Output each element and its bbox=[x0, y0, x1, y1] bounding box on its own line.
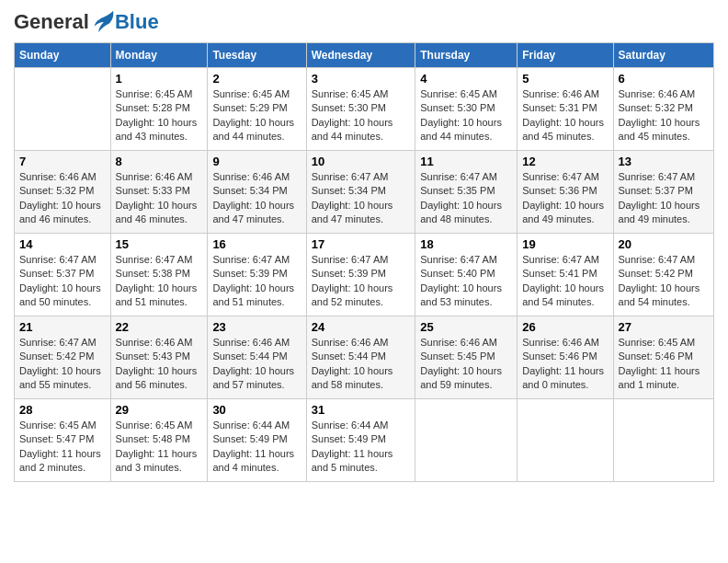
logo-bird-icon bbox=[89, 9, 115, 35]
day-info: Sunrise: 6:47 AM Sunset: 5:42 PM Dayligh… bbox=[19, 336, 106, 393]
calendar-cell: 27Sunrise: 6:45 AM Sunset: 5:46 PM Dayli… bbox=[613, 316, 713, 399]
day-info: Sunrise: 6:47 AM Sunset: 5:39 PM Dayligh… bbox=[212, 253, 301, 310]
day-info: Sunrise: 6:47 AM Sunset: 5:40 PM Dayligh… bbox=[420, 253, 512, 310]
calendar-week-row: 28Sunrise: 6:45 AM Sunset: 5:47 PM Dayli… bbox=[15, 399, 714, 482]
day-number: 23 bbox=[212, 320, 301, 334]
day-number: 24 bbox=[312, 320, 411, 334]
calendar-cell: 19Sunrise: 6:47 AM Sunset: 5:41 PM Dayli… bbox=[518, 234, 613, 316]
calendar-cell: 29Sunrise: 6:45 AM Sunset: 5:48 PM Dayli… bbox=[110, 399, 208, 482]
day-number: 11 bbox=[420, 155, 512, 168]
calendar-cell: 23Sunrise: 6:46 AM Sunset: 5:44 PM Dayli… bbox=[208, 316, 306, 399]
calendar-cell: 9Sunrise: 6:46 AM Sunset: 5:34 PM Daylig… bbox=[208, 151, 306, 234]
day-info: Sunrise: 6:46 AM Sunset: 5:31 PM Dayligh… bbox=[522, 87, 608, 144]
day-number: 3 bbox=[312, 72, 411, 86]
calendar-week-row: 21Sunrise: 6:47 AM Sunset: 5:42 PM Dayli… bbox=[15, 316, 714, 399]
calendar-week-row: 14Sunrise: 6:47 AM Sunset: 5:37 PM Dayli… bbox=[15, 234, 714, 316]
day-number: 27 bbox=[619, 320, 709, 334]
calendar-cell: 13Sunrise: 6:47 AM Sunset: 5:37 PM Dayli… bbox=[613, 151, 713, 234]
calendar-cell: 11Sunrise: 6:47 AM Sunset: 5:35 PM Dayli… bbox=[415, 151, 518, 234]
day-number: 7 bbox=[19, 155, 106, 168]
day-number: 2 bbox=[212, 72, 301, 86]
day-number: 14 bbox=[19, 237, 106, 251]
day-number: 6 bbox=[619, 72, 709, 86]
day-info: Sunrise: 6:44 AM Sunset: 5:49 PM Dayligh… bbox=[212, 419, 301, 476]
day-number: 9 bbox=[212, 155, 301, 168]
logo-blue-text: Blue bbox=[115, 10, 159, 34]
day-info: Sunrise: 6:45 AM Sunset: 5:30 PM Dayligh… bbox=[312, 87, 411, 144]
day-info: Sunrise: 6:46 AM Sunset: 5:32 PM Dayligh… bbox=[19, 170, 106, 227]
day-info: Sunrise: 6:47 AM Sunset: 5:38 PM Dayligh… bbox=[116, 253, 203, 310]
day-info: Sunrise: 6:46 AM Sunset: 5:44 PM Dayligh… bbox=[312, 336, 411, 393]
day-info: Sunrise: 6:47 AM Sunset: 5:41 PM Dayligh… bbox=[522, 253, 608, 310]
day-number: 29 bbox=[116, 403, 203, 417]
calendar-cell: 31Sunrise: 6:44 AM Sunset: 5:49 PM Dayli… bbox=[306, 399, 415, 482]
day-number: 8 bbox=[116, 155, 203, 168]
calendar-week-row: 7Sunrise: 6:46 AM Sunset: 5:32 PM Daylig… bbox=[15, 151, 714, 234]
calendar-cell bbox=[415, 399, 518, 482]
calendar-cell: 4Sunrise: 6:45 AM Sunset: 5:30 PM Daylig… bbox=[415, 68, 518, 151]
day-info: Sunrise: 6:47 AM Sunset: 5:36 PM Dayligh… bbox=[522, 170, 608, 227]
day-info: Sunrise: 6:46 AM Sunset: 5:44 PM Dayligh… bbox=[212, 336, 301, 393]
day-number: 28 bbox=[19, 403, 106, 417]
header: GeneralBlue bbox=[14, 9, 714, 35]
day-number: 30 bbox=[212, 403, 301, 417]
calendar-cell: 20Sunrise: 6:47 AM Sunset: 5:42 PM Dayli… bbox=[613, 234, 713, 316]
calendar-cell: 17Sunrise: 6:47 AM Sunset: 5:39 PM Dayli… bbox=[306, 234, 415, 316]
logo: GeneralBlue bbox=[14, 9, 159, 35]
header-wednesday: Wednesday bbox=[306, 43, 415, 68]
day-info: Sunrise: 6:47 AM Sunset: 5:37 PM Dayligh… bbox=[619, 170, 709, 227]
calendar-cell: 2Sunrise: 6:45 AM Sunset: 5:29 PM Daylig… bbox=[208, 68, 306, 151]
day-number: 17 bbox=[312, 237, 411, 251]
day-number: 16 bbox=[212, 237, 301, 251]
day-info: Sunrise: 6:46 AM Sunset: 5:45 PM Dayligh… bbox=[420, 336, 512, 393]
calendar-cell: 7Sunrise: 6:46 AM Sunset: 5:32 PM Daylig… bbox=[15, 151, 111, 234]
day-number: 10 bbox=[312, 155, 411, 168]
logo-general-text: General bbox=[14, 10, 89, 34]
day-info: Sunrise: 6:46 AM Sunset: 5:43 PM Dayligh… bbox=[116, 336, 203, 393]
day-number: 13 bbox=[619, 155, 709, 168]
calendar-cell: 1Sunrise: 6:45 AM Sunset: 5:28 PM Daylig… bbox=[110, 68, 208, 151]
day-info: Sunrise: 6:46 AM Sunset: 5:33 PM Dayligh… bbox=[116, 170, 203, 227]
calendar-cell: 24Sunrise: 6:46 AM Sunset: 5:44 PM Dayli… bbox=[306, 316, 415, 399]
day-number: 15 bbox=[116, 237, 203, 251]
header-saturday: Saturday bbox=[613, 43, 713, 68]
day-number: 26 bbox=[522, 320, 608, 334]
calendar-cell: 18Sunrise: 6:47 AM Sunset: 5:40 PM Dayli… bbox=[415, 234, 518, 316]
day-info: Sunrise: 6:45 AM Sunset: 5:46 PM Dayligh… bbox=[619, 336, 709, 393]
day-number: 22 bbox=[116, 320, 203, 334]
calendar-cell: 21Sunrise: 6:47 AM Sunset: 5:42 PM Dayli… bbox=[15, 316, 111, 399]
calendar-cell: 15Sunrise: 6:47 AM Sunset: 5:38 PM Dayli… bbox=[110, 234, 208, 316]
day-info: Sunrise: 6:47 AM Sunset: 5:42 PM Dayligh… bbox=[619, 253, 709, 310]
header-monday: Monday bbox=[110, 43, 208, 68]
day-info: Sunrise: 6:46 AM Sunset: 5:46 PM Dayligh… bbox=[522, 336, 608, 393]
calendar-cell bbox=[613, 399, 713, 482]
calendar-cell: 5Sunrise: 6:46 AM Sunset: 5:31 PM Daylig… bbox=[518, 68, 613, 151]
header-row: SundayMondayTuesdayWednesdayThursdayFrid… bbox=[15, 43, 714, 68]
calendar-cell: 6Sunrise: 6:46 AM Sunset: 5:32 PM Daylig… bbox=[613, 68, 713, 151]
day-info: Sunrise: 6:47 AM Sunset: 5:34 PM Dayligh… bbox=[312, 170, 411, 227]
calendar-week-row: 1Sunrise: 6:45 AM Sunset: 5:28 PM Daylig… bbox=[15, 68, 714, 151]
day-info: Sunrise: 6:46 AM Sunset: 5:32 PM Dayligh… bbox=[619, 87, 709, 144]
day-info: Sunrise: 6:47 AM Sunset: 5:37 PM Dayligh… bbox=[19, 253, 106, 310]
header-sunday: Sunday bbox=[15, 43, 111, 68]
day-info: Sunrise: 6:45 AM Sunset: 5:30 PM Dayligh… bbox=[420, 87, 512, 144]
day-number: 21 bbox=[19, 320, 106, 334]
calendar-cell: 14Sunrise: 6:47 AM Sunset: 5:37 PM Dayli… bbox=[15, 234, 111, 316]
calendar-cell: 8Sunrise: 6:46 AM Sunset: 5:33 PM Daylig… bbox=[110, 151, 208, 234]
day-info: Sunrise: 6:45 AM Sunset: 5:28 PM Dayligh… bbox=[116, 87, 203, 144]
day-info: Sunrise: 6:45 AM Sunset: 5:29 PM Dayligh… bbox=[212, 87, 301, 144]
calendar-cell: 12Sunrise: 6:47 AM Sunset: 5:36 PM Dayli… bbox=[518, 151, 613, 234]
header-tuesday: Tuesday bbox=[208, 43, 306, 68]
day-number: 5 bbox=[522, 72, 608, 86]
day-number: 31 bbox=[312, 403, 411, 417]
day-number: 19 bbox=[522, 237, 608, 251]
calendar-cell bbox=[518, 399, 613, 482]
day-number: 25 bbox=[420, 320, 512, 334]
calendar-cell: 22Sunrise: 6:46 AM Sunset: 5:43 PM Dayli… bbox=[110, 316, 208, 399]
header-friday: Friday bbox=[518, 43, 613, 68]
day-info: Sunrise: 6:46 AM Sunset: 5:34 PM Dayligh… bbox=[212, 170, 301, 227]
day-number: 12 bbox=[522, 155, 608, 168]
header-thursday: Thursday bbox=[415, 43, 518, 68]
day-info: Sunrise: 6:45 AM Sunset: 5:47 PM Dayligh… bbox=[19, 419, 106, 476]
day-info: Sunrise: 6:47 AM Sunset: 5:35 PM Dayligh… bbox=[420, 170, 512, 227]
